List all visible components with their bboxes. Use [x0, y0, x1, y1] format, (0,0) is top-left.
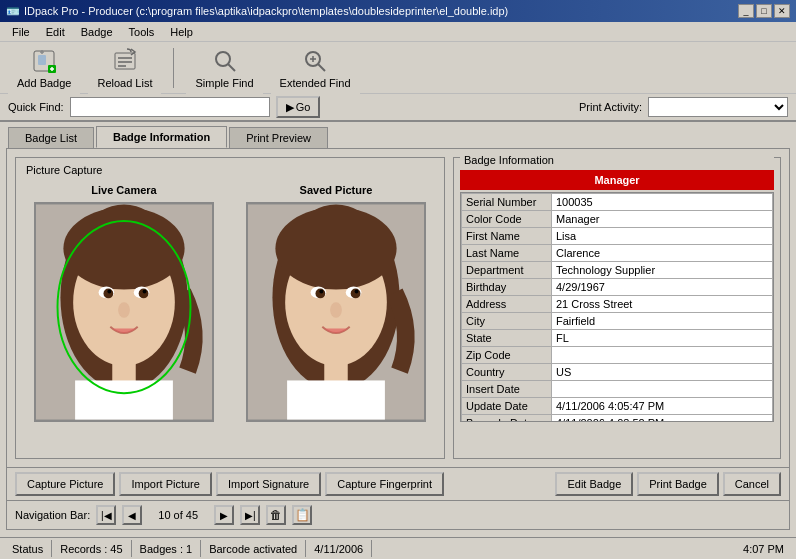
menu-badge[interactable]: Badge — [73, 24, 121, 40]
app-icon: 🪪 — [6, 5, 20, 18]
field-value: FL — [552, 330, 773, 347]
capture-picture-button[interactable]: Capture Picture — [15, 472, 115, 496]
field-value: 21 Cross Street — [552, 296, 773, 313]
extended-find-button[interactable]: Extended Find — [271, 42, 360, 94]
navigation-label: Navigation Bar: — [15, 509, 90, 521]
field-label: State — [462, 330, 552, 347]
table-row: Birthday4/29/1967 — [462, 279, 773, 296]
badge-table: Serial Number100035Color CodeManagerFirs… — [461, 193, 773, 422]
edit-badge-button[interactable]: Edit Badge — [555, 472, 633, 496]
tab-print-preview-label: Print Preview — [246, 132, 311, 144]
field-value: 4/11/2006 4:03:52 PM — [552, 415, 773, 423]
tab-badge-information[interactable]: Badge Information — [96, 126, 227, 148]
saved-picture-label: Saved Picture — [300, 184, 373, 196]
tab-print-preview[interactable]: Print Preview — [229, 127, 328, 148]
live-camera-col: Live Camera — [22, 184, 226, 422]
svg-line-14 — [318, 64, 325, 71]
svg-line-12 — [228, 64, 235, 71]
title-bar-controls: _ □ ✕ — [738, 4, 790, 18]
import-signature-button[interactable]: Import Signature — [216, 472, 321, 496]
title-bar-left: 🪪 IDpack Pro - Producer (c:\program file… — [6, 5, 508, 18]
field-value — [552, 347, 773, 364]
table-row: First NameLisa — [462, 228, 773, 245]
close-button[interactable]: ✕ — [774, 4, 790, 18]
table-row: Color CodeManager — [462, 211, 773, 228]
badge-info-section-title: Badge Information — [460, 154, 774, 166]
minimize-button[interactable]: _ — [738, 4, 754, 18]
svg-point-40 — [355, 290, 359, 294]
svg-rect-29 — [75, 380, 173, 419]
field-label: Update Date — [462, 398, 552, 415]
field-value: Lisa — [552, 228, 773, 245]
quick-find-label: Quick Find: — [8, 101, 64, 113]
status-time: 4:07 PM — [735, 540, 792, 557]
field-value — [552, 381, 773, 398]
import-picture-button[interactable]: Import Picture — [119, 472, 211, 496]
picture-area: Live Camera — [22, 176, 438, 422]
field-value: 100035 — [552, 194, 773, 211]
table-row: Insert Date — [462, 381, 773, 398]
tab-badge-list-label: Badge List — [25, 132, 77, 144]
go-icon: ▶ — [286, 101, 294, 114]
add-badge-label: Add Badge — [17, 77, 71, 89]
field-value: 4/11/2006 4:05:47 PM — [552, 398, 773, 415]
nav-prev-button[interactable]: ◀ — [122, 505, 142, 525]
saved-picture-col: Saved Picture — [234, 184, 438, 422]
tab-badge-list[interactable]: Badge List — [8, 127, 94, 148]
svg-point-41 — [330, 302, 342, 318]
nav-first-button[interactable]: |◀ — [96, 505, 116, 525]
capture-fingerprint-button[interactable]: Capture Fingerprint — [325, 472, 444, 496]
toolbar: Add Badge Reload List Simple Find — [0, 42, 796, 94]
nav-export-button[interactable]: 📋 — [292, 505, 312, 525]
print-activity-select[interactable] — [648, 97, 788, 117]
nav-next-button[interactable]: ▶ — [214, 505, 234, 525]
quick-find-bar: Quick Find: ▶ Go Print Activity: — [0, 94, 796, 122]
add-badge-button[interactable]: Add Badge — [8, 42, 80, 94]
table-row: Zip Code — [462, 347, 773, 364]
field-value: 4/29/1967 — [552, 279, 773, 296]
go-button[interactable]: ▶ Go — [276, 96, 321, 118]
table-row: Last NameClarence — [462, 245, 773, 262]
nav-delete-button[interactable]: 🗑 — [266, 505, 286, 525]
status-status: Status — [4, 540, 52, 557]
svg-point-27 — [118, 302, 130, 318]
svg-point-39 — [319, 290, 323, 294]
status-bar: Status Records : 45 Badges : 1 Barcode a… — [0, 537, 796, 559]
menu-help[interactable]: Help — [162, 24, 201, 40]
menu-edit[interactable]: Edit — [38, 24, 73, 40]
menu-file[interactable]: File — [4, 24, 38, 40]
reload-list-button[interactable]: Reload List — [88, 42, 161, 94]
svg-point-26 — [143, 290, 147, 294]
field-label: Country — [462, 364, 552, 381]
field-label: City — [462, 313, 552, 330]
go-label: Go — [296, 101, 311, 113]
table-row: DepartmentTechnology Supplier — [462, 262, 773, 279]
menu-tools[interactable]: Tools — [121, 24, 163, 40]
extended-find-label: Extended Find — [280, 77, 351, 89]
status-barcode: Barcode activated — [201, 540, 306, 557]
badge-table-container[interactable]: Serial Number100035Color CodeManagerFirs… — [460, 192, 774, 422]
nav-count: 10 of 45 — [148, 509, 208, 521]
main-content: Picture Capture Live Camera — [6, 148, 790, 468]
action-buttons-bar: Capture Picture Import Picture Import Si… — [6, 468, 790, 500]
field-value: Technology Supplier — [552, 262, 773, 279]
field-value: Clarence — [552, 245, 773, 262]
maximize-button[interactable]: □ — [756, 4, 772, 18]
live-camera-label: Live Camera — [91, 184, 156, 196]
field-label: Color Code — [462, 211, 552, 228]
tabs-bar: Badge List Badge Information Print Previ… — [0, 122, 796, 148]
field-label: Department — [462, 262, 552, 279]
badge-action-right: Edit Badge Print Badge Cancel — [555, 472, 781, 496]
table-row: Address21 Cross Street — [462, 296, 773, 313]
quick-find-input[interactable] — [70, 97, 270, 117]
field-label: Zip Code — [462, 347, 552, 364]
simple-find-button[interactable]: Simple Find — [186, 42, 262, 94]
print-badge-button[interactable]: Print Badge — [637, 472, 718, 496]
field-label: Barcode Date — [462, 415, 552, 423]
nav-last-button[interactable]: ▶| — [240, 505, 260, 525]
cancel-button[interactable]: Cancel — [723, 472, 781, 496]
status-badges: Badges : 1 — [132, 540, 202, 557]
navigation-bar: Navigation Bar: |◀ ◀ 10 of 45 ▶ ▶| 🗑 📋 — [6, 500, 790, 530]
field-value: Manager — [552, 211, 773, 228]
saved-picture-image — [248, 202, 424, 422]
